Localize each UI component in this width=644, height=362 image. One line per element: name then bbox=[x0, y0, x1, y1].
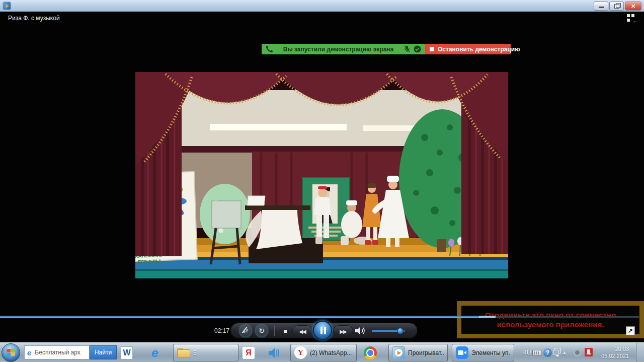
minimize-button[interactable] bbox=[594, 2, 608, 11]
tray-status-icon[interactable] bbox=[574, 349, 581, 356]
windows-flag-icon bbox=[7, 349, 15, 356]
elapsed-time: 02:17 bbox=[208, 327, 229, 334]
rewind-button[interactable]: ◀◀ bbox=[292, 325, 312, 337]
wmp-app-icon bbox=[3, 2, 11, 10]
yandex-icon: Я bbox=[243, 347, 255, 359]
stop-square-icon bbox=[430, 47, 434, 51]
clock-time: 20:03 bbox=[594, 345, 629, 352]
seek-playhead[interactable] bbox=[479, 316, 496, 318]
desktop-screen: ✕ Риза Ф. с музыкой ← Вы запустили демон… bbox=[0, 0, 644, 362]
taskbar-item-chrome[interactable] bbox=[363, 346, 377, 360]
svg-text:ЕГЕ ЕЛЫ: ЕГЕ ЕЛЫ bbox=[138, 258, 161, 265]
tray-clock[interactable]: 20:03 05.02.2021 bbox=[594, 345, 629, 359]
stop-button[interactable]: ■ bbox=[278, 325, 292, 337]
taskbar-item-wmp[interactable]: Проигрыват... bbox=[388, 344, 448, 361]
player-canvas: Риза Ф. с музыкой ← Вы запустили демонст… bbox=[0, 12, 644, 342]
word-icon: W bbox=[121, 346, 133, 359]
search-find-button[interactable]: Найти bbox=[90, 345, 117, 359]
mic-muted-icon[interactable] bbox=[404, 45, 411, 53]
language-indicator[interactable]: RU bbox=[522, 349, 531, 356]
transport-controls: ⇄ ↻ ■ ◀◀ ▶▶ bbox=[230, 323, 418, 338]
fast-forward-button[interactable]: ▶▶ bbox=[333, 325, 353, 337]
zoom-camera-icon bbox=[456, 346, 468, 359]
video-frame[interactable]: 21 ДА ТУГАН ХАЛЫКЛАР ЕГЕ ЕЛЫ bbox=[135, 72, 508, 278]
zoom-share-bar: Вы запустили демонстрацию экрана Останов… bbox=[262, 44, 511, 54]
stop-share-button[interactable]: Остановить демонстрацию bbox=[425, 44, 511, 54]
taskbar-item-folder[interactable]: 5 bbox=[173, 344, 238, 361]
restore-button[interactable] bbox=[609, 2, 624, 11]
taskbar-search: e Найти bbox=[24, 345, 117, 359]
internet-explorer-icon: e bbox=[151, 346, 158, 360]
taskbar-item-zoom[interactable]: Элементы уп... bbox=[452, 344, 514, 361]
show-desktop-button[interactable] bbox=[636, 343, 644, 362]
taskbar-item-volume-app[interactable] bbox=[267, 346, 281, 360]
shuffle-button[interactable]: ⇄ bbox=[239, 324, 252, 337]
yandex-browser-icon: Y bbox=[294, 346, 307, 359]
taskbar-item-word[interactable]: W bbox=[120, 346, 134, 360]
repeat-button[interactable]: ↻ bbox=[255, 324, 268, 337]
stage-scene: 21 ДА ТУГАН ХАЛЫКЛАР ЕГЕ ЕЛЫ bbox=[135, 72, 508, 278]
taskbar-item-ie[interactable]: e bbox=[148, 346, 162, 360]
help-tray-icon[interactable]: ? bbox=[543, 348, 552, 357]
speaker-icon bbox=[268, 347, 280, 358]
chrome-icon bbox=[364, 346, 377, 359]
seek-progress bbox=[0, 316, 496, 318]
folder-icon bbox=[177, 348, 190, 358]
security-shield-icon[interactable] bbox=[414, 45, 421, 53]
ie-small-icon: e bbox=[27, 348, 31, 357]
search-input[interactable] bbox=[34, 348, 82, 356]
start-button[interactable] bbox=[2, 343, 20, 362]
minimize-icon bbox=[599, 7, 604, 8]
volume-knob[interactable] bbox=[397, 328, 404, 334]
divider bbox=[274, 326, 275, 336]
clock-date: 05.02.2021 bbox=[594, 352, 629, 359]
taskbar: e Найти W e 5 Я Y (2) WhatsApp... bbox=[0, 342, 644, 362]
switch-to-library-icon[interactable]: ← bbox=[627, 14, 637, 22]
share-status-strip: Вы запустили демонстрацию экрана bbox=[262, 44, 425, 54]
volume-fill bbox=[372, 330, 400, 332]
warning-line2: используемого приложения. bbox=[461, 320, 639, 329]
pause-button[interactable] bbox=[313, 321, 332, 340]
title-bar: ✕ bbox=[0, 0, 644, 12]
warning-line1: Отодвиньте это окно от совместно bbox=[461, 310, 639, 320]
chevron-down-icon[interactable] bbox=[555, 355, 559, 357]
seek-bar[interactable] bbox=[0, 316, 644, 318]
audio-device-tray-icon[interactable] bbox=[585, 348, 593, 356]
now-playing-title: Риза Ф. с музыкой bbox=[8, 15, 60, 22]
app-windows-tray-icon[interactable] bbox=[554, 348, 561, 353]
fullscreen-toggle-icon[interactable]: ↗ bbox=[626, 326, 635, 335]
mute-speaker-button[interactable] bbox=[355, 326, 367, 335]
keyboard-layout-icon[interactable] bbox=[532, 350, 541, 356]
taskbar-item-whatsapp[interactable]: Y (2) WhatsApp... bbox=[290, 344, 357, 361]
wmp-icon bbox=[392, 346, 405, 359]
zoom-warning-overlay: Отодвиньте это окно от совместно использ… bbox=[457, 301, 644, 338]
phone-icon bbox=[266, 45, 273, 53]
show-hidden-icons[interactable]: ▲ bbox=[562, 350, 567, 355]
share-message: Вы запустили демонстрацию экрана bbox=[273, 46, 404, 53]
taskbar-item-yandex[interactable]: Я bbox=[242, 346, 256, 360]
restore-icon bbox=[614, 4, 619, 9]
close-button[interactable]: ✕ bbox=[625, 2, 641, 11]
